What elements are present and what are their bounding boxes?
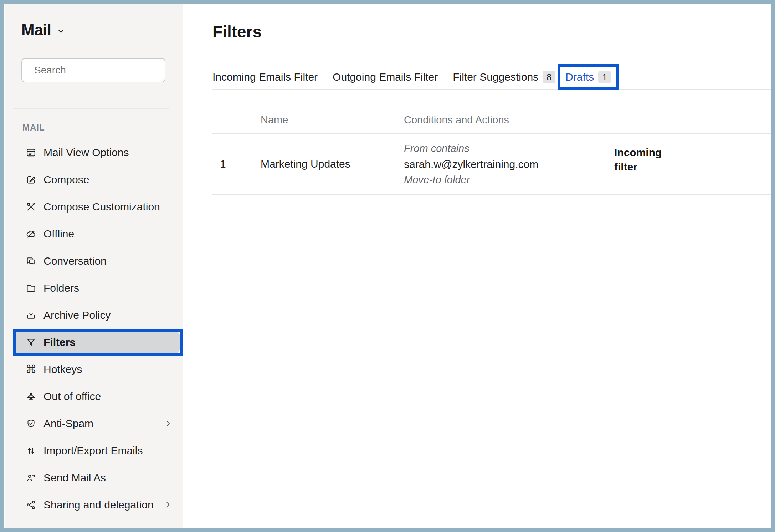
sidebar-item-compose-customization[interactable]: Compose Customization: [4, 193, 183, 220]
tab-outgoing-emails-filter[interactable]: Outgoing Emails Filter: [333, 71, 438, 83]
sidebar-item-label: Mail View Options: [43, 147, 129, 159]
circle-icon: [26, 527, 36, 528]
sidebar-item-label: Archive Policy: [43, 309, 111, 321]
column-header-name: Name: [261, 114, 288, 126]
folder-icon: [26, 283, 36, 293]
sidebar-item-filters[interactable]: Filters: [16, 332, 180, 353]
tabs-divider: [212, 89, 771, 90]
page-title: Filters: [212, 22, 262, 41]
mail-view-options-icon: [26, 147, 36, 158]
tools-icon: [26, 201, 36, 212]
tab-drafts-annotation: Drafts 1: [558, 64, 619, 90]
condition-value: sarah.w@zylkertraining.com: [404, 158, 538, 170]
filter-tabs: Incoming Emails Filter Outgoing Emails F…: [212, 64, 619, 90]
action-label: Move-to folder: [404, 174, 470, 186]
command-icon: ⌘: [26, 364, 36, 375]
archive-icon: [26, 310, 36, 321]
sidebar-nav: Mail View Options Compose Compose Custom…: [4, 139, 183, 528]
sidebar-item-mail-view-options[interactable]: Mail View Options: [4, 139, 183, 166]
chevron-right-icon: [164, 501, 172, 509]
search-input[interactable]: [34, 65, 163, 76]
table-header-divider: [212, 133, 771, 134]
sidebar-item-compose[interactable]: Compose: [4, 166, 183, 193]
sidebar-item-label: Import/Export Emails: [43, 445, 143, 457]
row-index: 1: [220, 158, 226, 170]
sidebar-item-label: Folders: [43, 282, 79, 294]
sidebar-item-archive-policy[interactable]: Archive Policy: [4, 302, 183, 329]
sidebar-item-clipped[interactable]: Mail Accounts: [4, 518, 183, 528]
sidebar-item-label: Compose Customization: [43, 201, 160, 213]
tab-count-badge: 1: [598, 71, 611, 83]
sidebar-item-label: Sharing and delegation: [43, 499, 154, 511]
sidebar-item-label: Filters: [43, 336, 76, 348]
sidebar-item-label: Offline: [43, 228, 74, 240]
filter-type: Incoming filter: [614, 145, 668, 174]
tab-count-badge: 8: [543, 71, 555, 83]
chevron-right-icon: [164, 419, 172, 428]
arrows-up-down-icon: [26, 445, 36, 456]
sidebar-item-import-export-emails[interactable]: Import/Export Emails: [4, 437, 183, 464]
sidebar-item-label: Out of office: [43, 390, 101, 403]
sidebar-item-label: Conversation: [43, 255, 107, 267]
sidebar-item-label: Compose: [43, 174, 89, 186]
funnel-icon: [26, 337, 36, 348]
app-switcher-label: Mail: [21, 21, 51, 39]
sidebar-divider: [13, 108, 169, 109]
filters-settings-panel: Filters Incoming Emails Filter Outgoing …: [184, 4, 771, 528]
table-row-divider: [212, 194, 771, 195]
airplane-icon: [26, 391, 36, 402]
chat-bubbles-icon: [26, 256, 36, 266]
tab-filter-suggestions[interactable]: Filter Suggestions 8: [453, 71, 555, 83]
sidebar-item-out-of-office[interactable]: Out of office: [4, 383, 183, 410]
sidebar-item-filters-annotation: Filters: [13, 329, 183, 356]
sidebar-search: [21, 58, 165, 82]
sidebar-item-sharing-and-delegation[interactable]: Sharing and delegation: [4, 491, 183, 518]
shield-check-icon: [26, 418, 36, 429]
sidebar-item-label: Anti-Spam: [43, 418, 93, 430]
sidebar-item-label: Mail Accounts: [43, 526, 109, 528]
person-arrow-icon: [26, 472, 36, 483]
screenshot-frame: Mail MAIL Mail View Options Compose: [0, 0, 775, 532]
sidebar-item-send-mail-as[interactable]: Send Mail As: [4, 464, 183, 491]
condition-label: From contains: [404, 143, 469, 154]
cloud-off-icon: [26, 229, 36, 239]
sidebar-section-label: MAIL: [22, 123, 45, 133]
app-switcher[interactable]: Mail: [21, 21, 66, 39]
sidebar-item-anti-spam[interactable]: Anti-Spam: [4, 410, 183, 437]
share-nodes-icon: [26, 500, 36, 510]
sidebar-item-label: Send Mail As: [43, 472, 106, 484]
chevron-down-icon: [56, 27, 66, 36]
column-header-conditions: Conditions and Actions: [404, 114, 509, 126]
sidebar-item-folders[interactable]: Folders: [4, 275, 183, 302]
sidebar-item-offline[interactable]: Offline: [4, 220, 183, 247]
settings-sidebar: Mail MAIL Mail View Options Compose: [4, 4, 183, 528]
sidebar-item-hotkeys[interactable]: ⌘ Hotkeys: [4, 356, 183, 383]
sidebar-item-label: Hotkeys: [43, 363, 82, 375]
tab-drafts[interactable]: Drafts: [565, 71, 594, 83]
sidebar-item-conversation[interactable]: Conversation: [4, 247, 183, 275]
filter-name: Marketing Updates: [261, 158, 350, 170]
compose-icon: [26, 174, 36, 185]
tab-incoming-emails-filter[interactable]: Incoming Emails Filter: [212, 71, 318, 83]
